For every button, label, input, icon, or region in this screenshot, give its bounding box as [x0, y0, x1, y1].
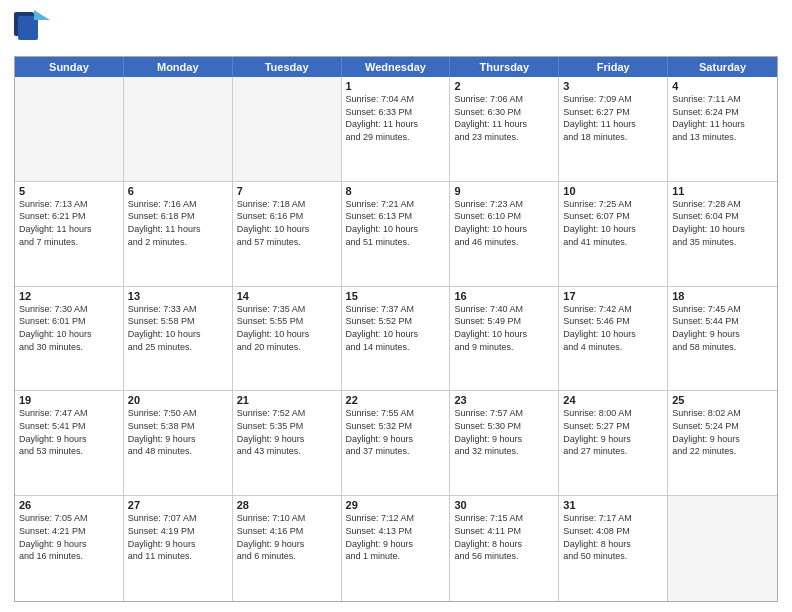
day-info: Sunrise: 7:13 AM Sunset: 6:21 PM Dayligh…	[19, 199, 92, 247]
empty-cell	[15, 77, 124, 181]
day-cell: 26Sunrise: 7:05 AM Sunset: 4:21 PM Dayli…	[15, 496, 124, 601]
day-info: Sunrise: 7:04 AM Sunset: 6:33 PM Dayligh…	[346, 94, 419, 142]
day-info: Sunrise: 7:42 AM Sunset: 5:46 PM Dayligh…	[563, 304, 636, 352]
day-cell: 22Sunrise: 7:55 AM Sunset: 5:32 PM Dayli…	[342, 391, 451, 495]
day-number: 15	[346, 290, 446, 302]
day-cell: 30Sunrise: 7:15 AM Sunset: 4:11 PM Dayli…	[450, 496, 559, 601]
day-info: Sunrise: 8:00 AM Sunset: 5:27 PM Dayligh…	[563, 408, 632, 456]
day-number: 13	[128, 290, 228, 302]
day-cell: 4Sunrise: 7:11 AM Sunset: 6:24 PM Daylig…	[668, 77, 777, 181]
svg-marker-2	[34, 10, 50, 20]
calendar-row: 12Sunrise: 7:30 AM Sunset: 6:01 PM Dayli…	[15, 287, 777, 392]
day-number: 25	[672, 394, 773, 406]
day-cell: 17Sunrise: 7:42 AM Sunset: 5:46 PM Dayli…	[559, 287, 668, 391]
weekday-header: Sunday	[15, 57, 124, 77]
day-number: 30	[454, 499, 554, 511]
day-cell: 7Sunrise: 7:18 AM Sunset: 6:16 PM Daylig…	[233, 182, 342, 286]
day-number: 20	[128, 394, 228, 406]
day-info: Sunrise: 7:17 AM Sunset: 4:08 PM Dayligh…	[563, 513, 632, 561]
day-cell: 12Sunrise: 7:30 AM Sunset: 6:01 PM Dayli…	[15, 287, 124, 391]
day-cell: 19Sunrise: 7:47 AM Sunset: 5:41 PM Dayli…	[15, 391, 124, 495]
day-cell: 24Sunrise: 8:00 AM Sunset: 5:27 PM Dayli…	[559, 391, 668, 495]
day-info: Sunrise: 7:11 AM Sunset: 6:24 PM Dayligh…	[672, 94, 745, 142]
day-info: Sunrise: 7:37 AM Sunset: 5:52 PM Dayligh…	[346, 304, 419, 352]
day-info: Sunrise: 7:35 AM Sunset: 5:55 PM Dayligh…	[237, 304, 310, 352]
day-info: Sunrise: 7:50 AM Sunset: 5:38 PM Dayligh…	[128, 408, 197, 456]
day-number: 9	[454, 185, 554, 197]
calendar-row: 26Sunrise: 7:05 AM Sunset: 4:21 PM Dayli…	[15, 496, 777, 601]
day-cell: 1Sunrise: 7:04 AM Sunset: 6:33 PM Daylig…	[342, 77, 451, 181]
day-cell: 5Sunrise: 7:13 AM Sunset: 6:21 PM Daylig…	[15, 182, 124, 286]
day-info: Sunrise: 7:55 AM Sunset: 5:32 PM Dayligh…	[346, 408, 415, 456]
day-number: 23	[454, 394, 554, 406]
day-number: 5	[19, 185, 119, 197]
empty-cell	[668, 496, 777, 601]
day-cell: 20Sunrise: 7:50 AM Sunset: 5:38 PM Dayli…	[124, 391, 233, 495]
day-number: 14	[237, 290, 337, 302]
logo	[14, 10, 50, 50]
day-number: 11	[672, 185, 773, 197]
page: SundayMondayTuesdayWednesdayThursdayFrid…	[0, 0, 792, 612]
day-cell: 25Sunrise: 8:02 AM Sunset: 5:24 PM Dayli…	[668, 391, 777, 495]
calendar-row: 19Sunrise: 7:47 AM Sunset: 5:41 PM Dayli…	[15, 391, 777, 496]
day-cell: 15Sunrise: 7:37 AM Sunset: 5:52 PM Dayli…	[342, 287, 451, 391]
day-info: Sunrise: 7:15 AM Sunset: 4:11 PM Dayligh…	[454, 513, 523, 561]
calendar-container: SundayMondayTuesdayWednesdayThursdayFrid…	[14, 56, 778, 602]
day-info: Sunrise: 7:57 AM Sunset: 5:30 PM Dayligh…	[454, 408, 523, 456]
day-number: 8	[346, 185, 446, 197]
day-number: 18	[672, 290, 773, 302]
day-number: 31	[563, 499, 663, 511]
day-info: Sunrise: 7:25 AM Sunset: 6:07 PM Dayligh…	[563, 199, 636, 247]
day-cell: 14Sunrise: 7:35 AM Sunset: 5:55 PM Dayli…	[233, 287, 342, 391]
day-number: 16	[454, 290, 554, 302]
calendar-body: 1Sunrise: 7:04 AM Sunset: 6:33 PM Daylig…	[15, 77, 777, 601]
day-number: 28	[237, 499, 337, 511]
weekday-header: Thursday	[450, 57, 559, 77]
day-info: Sunrise: 7:07 AM Sunset: 4:19 PM Dayligh…	[128, 513, 197, 561]
calendar-row: 1Sunrise: 7:04 AM Sunset: 6:33 PM Daylig…	[15, 77, 777, 182]
day-cell: 10Sunrise: 7:25 AM Sunset: 6:07 PM Dayli…	[559, 182, 668, 286]
day-number: 24	[563, 394, 663, 406]
day-number: 2	[454, 80, 554, 92]
header	[14, 10, 778, 50]
weekday-header: Friday	[559, 57, 668, 77]
day-info: Sunrise: 7:12 AM Sunset: 4:13 PM Dayligh…	[346, 513, 415, 561]
day-cell: 16Sunrise: 7:40 AM Sunset: 5:49 PM Dayli…	[450, 287, 559, 391]
day-cell: 9Sunrise: 7:23 AM Sunset: 6:10 PM Daylig…	[450, 182, 559, 286]
day-info: Sunrise: 7:28 AM Sunset: 6:04 PM Dayligh…	[672, 199, 745, 247]
day-number: 10	[563, 185, 663, 197]
calendar-row: 5Sunrise: 7:13 AM Sunset: 6:21 PM Daylig…	[15, 182, 777, 287]
day-cell: 21Sunrise: 7:52 AM Sunset: 5:35 PM Dayli…	[233, 391, 342, 495]
weekday-header: Monday	[124, 57, 233, 77]
logo-icon	[14, 10, 50, 50]
day-number: 22	[346, 394, 446, 406]
day-info: Sunrise: 8:02 AM Sunset: 5:24 PM Dayligh…	[672, 408, 741, 456]
day-cell: 11Sunrise: 7:28 AM Sunset: 6:04 PM Dayli…	[668, 182, 777, 286]
day-number: 17	[563, 290, 663, 302]
day-number: 27	[128, 499, 228, 511]
day-cell: 27Sunrise: 7:07 AM Sunset: 4:19 PM Dayli…	[124, 496, 233, 601]
day-cell: 23Sunrise: 7:57 AM Sunset: 5:30 PM Dayli…	[450, 391, 559, 495]
day-number: 29	[346, 499, 446, 511]
day-cell: 18Sunrise: 7:45 AM Sunset: 5:44 PM Dayli…	[668, 287, 777, 391]
day-info: Sunrise: 7:30 AM Sunset: 6:01 PM Dayligh…	[19, 304, 92, 352]
day-info: Sunrise: 7:47 AM Sunset: 5:41 PM Dayligh…	[19, 408, 88, 456]
empty-cell	[233, 77, 342, 181]
day-number: 6	[128, 185, 228, 197]
day-info: Sunrise: 7:21 AM Sunset: 6:13 PM Dayligh…	[346, 199, 419, 247]
weekday-header: Tuesday	[233, 57, 342, 77]
day-cell: 3Sunrise: 7:09 AM Sunset: 6:27 PM Daylig…	[559, 77, 668, 181]
day-number: 21	[237, 394, 337, 406]
day-cell: 31Sunrise: 7:17 AM Sunset: 4:08 PM Dayli…	[559, 496, 668, 601]
day-number: 19	[19, 394, 119, 406]
day-number: 3	[563, 80, 663, 92]
day-info: Sunrise: 7:40 AM Sunset: 5:49 PM Dayligh…	[454, 304, 527, 352]
day-info: Sunrise: 7:10 AM Sunset: 4:16 PM Dayligh…	[237, 513, 306, 561]
day-info: Sunrise: 7:52 AM Sunset: 5:35 PM Dayligh…	[237, 408, 306, 456]
day-number: 7	[237, 185, 337, 197]
day-info: Sunrise: 7:09 AM Sunset: 6:27 PM Dayligh…	[563, 94, 636, 142]
day-cell: 8Sunrise: 7:21 AM Sunset: 6:13 PM Daylig…	[342, 182, 451, 286]
day-number: 26	[19, 499, 119, 511]
day-cell: 28Sunrise: 7:10 AM Sunset: 4:16 PM Dayli…	[233, 496, 342, 601]
day-cell: 13Sunrise: 7:33 AM Sunset: 5:58 PM Dayli…	[124, 287, 233, 391]
